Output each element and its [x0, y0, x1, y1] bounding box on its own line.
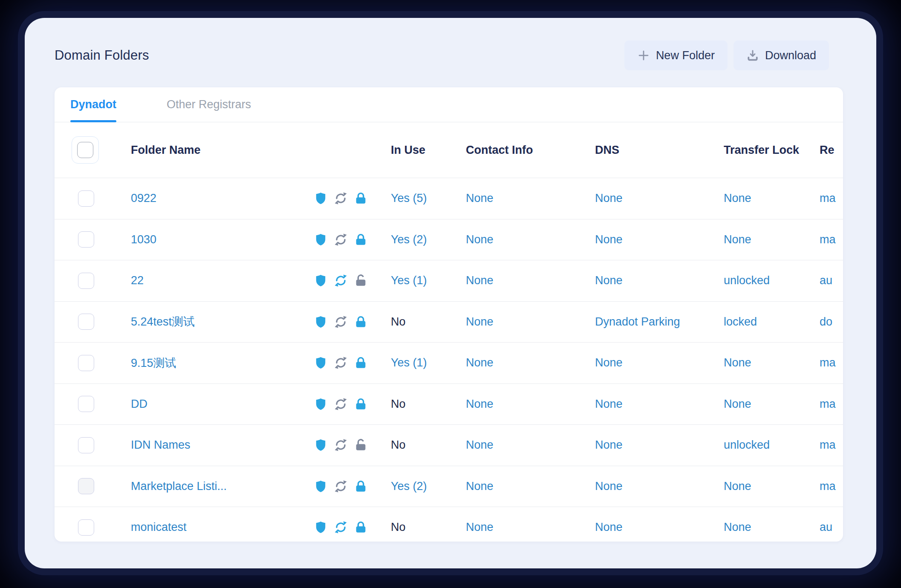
dns-link[interactable]: Dynadot Parking [595, 315, 680, 329]
folder-name-link[interactable]: IDN Names [131, 438, 191, 452]
refresh-icon[interactable] [334, 438, 347, 452]
refresh-icon[interactable] [334, 233, 347, 246]
privacy-shield-icon[interactable] [314, 274, 327, 287]
refresh-icon[interactable] [334, 315, 347, 329]
toolbar: New Folder Download [624, 40, 829, 70]
dns-link[interactable]: None [595, 356, 623, 369]
in-use-value[interactable]: Yes (1) [391, 356, 427, 369]
lock-icon[interactable] [354, 480, 367, 493]
lock-icon[interactable] [354, 398, 367, 411]
privacy-shield-icon[interactable] [314, 315, 327, 329]
transfer-lock-link[interactable]: None [724, 192, 751, 205]
row-checkbox[interactable] [78, 396, 94, 412]
refresh-icon[interactable] [334, 521, 347, 534]
renew-option-link[interactable]: ma [820, 233, 836, 246]
row-checkbox[interactable] [78, 190, 94, 207]
refresh-icon[interactable] [334, 480, 347, 493]
dns-link[interactable]: None [595, 233, 623, 246]
transfer-lock-link[interactable]: None [724, 398, 751, 411]
transfer-lock-link[interactable]: unlocked [724, 274, 770, 287]
row-checkbox[interactable] [78, 231, 94, 248]
folder-name-link[interactable]: Marketplace Listi... [131, 480, 227, 493]
tab-other-registrars[interactable]: Other Registrars [167, 87, 251, 122]
download-button[interactable]: Download [734, 40, 829, 70]
in-use-value[interactable]: No [391, 315, 406, 329]
dns-link[interactable]: None [595, 398, 623, 411]
tab-dynadot[interactable]: Dynadot [70, 87, 116, 122]
lock-icon[interactable] [354, 438, 367, 452]
renew-option-link[interactable]: ma [820, 398, 836, 411]
lock-icon[interactable] [354, 356, 367, 369]
contact-info-link[interactable]: None [466, 438, 494, 452]
row-checkbox[interactable] [78, 314, 94, 330]
contact-info-link[interactable]: None [466, 398, 494, 411]
contact-info-link[interactable]: None [466, 315, 494, 329]
in-use-value[interactable]: No [391, 521, 406, 534]
refresh-icon[interactable] [334, 274, 347, 287]
contact-info-link[interactable]: None [466, 274, 494, 287]
in-use-value[interactable]: Yes (5) [391, 192, 427, 205]
lock-icon[interactable] [354, 233, 367, 246]
transfer-lock-link[interactable]: None [724, 356, 751, 369]
lock-icon[interactable] [354, 192, 367, 205]
folder-name-link[interactable]: 1030 [131, 233, 156, 246]
row-checkbox[interactable] [78, 437, 94, 453]
contact-info-link[interactable]: None [466, 356, 494, 369]
contact-info-link[interactable]: None [466, 233, 494, 246]
contact-info-link[interactable]: None [466, 480, 494, 493]
contact-info-link[interactable]: None [466, 192, 494, 205]
folder-name-link[interactable]: 0922 [131, 192, 156, 205]
renew-option-link[interactable]: au [820, 274, 832, 287]
privacy-shield-icon[interactable] [314, 356, 327, 369]
folder-name-link[interactable]: DD [131, 398, 147, 411]
refresh-icon[interactable] [334, 356, 347, 369]
privacy-shield-icon[interactable] [314, 192, 327, 205]
contact-info-link[interactable]: None [466, 521, 494, 534]
refresh-icon[interactable] [334, 398, 347, 411]
privacy-shield-icon[interactable] [314, 438, 327, 452]
transfer-lock-link[interactable]: None [724, 480, 751, 493]
lock-icon[interactable] [354, 521, 367, 534]
row-checkbox[interactable] [78, 519, 94, 536]
renew-option-link[interactable]: ma [820, 480, 836, 493]
refresh-icon[interactable] [334, 192, 347, 205]
in-use-value[interactable]: No [391, 438, 406, 452]
row-checkbox[interactable] [78, 273, 94, 289]
renew-option-link[interactable]: ma [820, 438, 836, 452]
dns-link[interactable]: None [595, 480, 623, 493]
in-use-value[interactable]: No [391, 398, 406, 411]
transfer-lock-link[interactable]: None [724, 521, 751, 534]
dns-link[interactable]: None [595, 274, 623, 287]
plus-icon [637, 49, 650, 62]
transfer-lock-link[interactable]: unlocked [724, 438, 770, 452]
row-checkbox[interactable] [78, 478, 94, 494]
dns-link[interactable]: None [595, 521, 623, 534]
renew-option-link[interactable]: au [820, 521, 832, 534]
renew-option-link[interactable]: ma [820, 192, 836, 205]
renew-option-link[interactable]: do [820, 315, 832, 329]
privacy-shield-icon[interactable] [314, 480, 327, 493]
lock-icon[interactable] [354, 315, 367, 329]
column-contact-info: Contact Info [466, 144, 595, 157]
folder-name-link[interactable]: 22 [131, 274, 144, 287]
in-use-value[interactable]: Yes (2) [391, 480, 427, 493]
new-folder-button[interactable]: New Folder [624, 40, 728, 70]
renew-option-link[interactable]: ma [820, 356, 836, 369]
row-checkbox[interactable] [78, 355, 94, 371]
in-use-value[interactable]: Yes (1) [391, 274, 427, 287]
privacy-shield-icon[interactable] [314, 521, 327, 534]
dns-link[interactable]: None [595, 192, 623, 205]
in-use-value[interactable]: Yes (2) [391, 233, 427, 246]
folder-name-link[interactable]: 5.24test测试 [131, 314, 195, 329]
lock-icon[interactable] [354, 274, 367, 287]
folder-name-link[interactable]: monicatest [131, 521, 187, 534]
folder-name-link[interactable]: 9.15测试 [131, 355, 176, 371]
transfer-lock-link[interactable]: None [724, 233, 751, 246]
privacy-shield-icon[interactable] [314, 398, 327, 411]
privacy-shield-icon[interactable] [314, 233, 327, 246]
select-all-ring [72, 136, 99, 164]
table-row: DD [55, 384, 843, 425]
transfer-lock-link[interactable]: locked [724, 315, 757, 329]
select-all-checkbox[interactable] [77, 142, 93, 158]
dns-link[interactable]: None [595, 438, 623, 452]
